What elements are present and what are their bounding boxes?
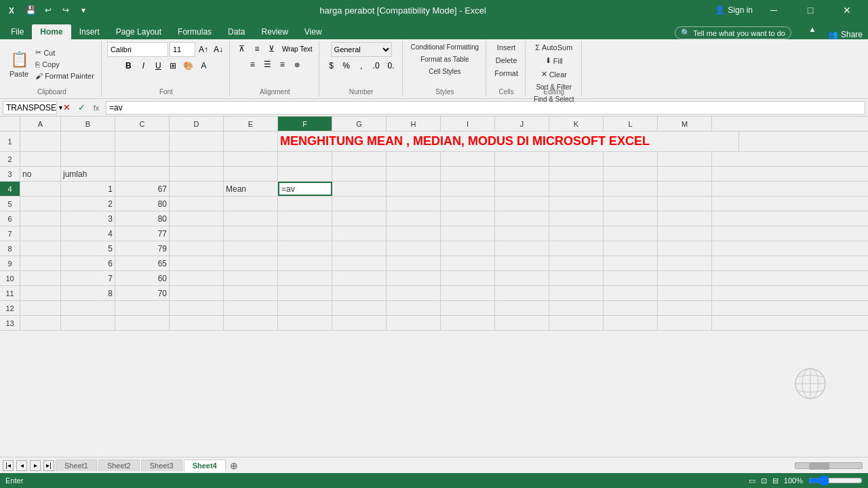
cell-g8[interactable] — [332, 241, 387, 256]
cell-m7[interactable] — [658, 226, 712, 241]
cell-f5[interactable] — [278, 197, 332, 211]
sheet-tab-2[interactable]: Sheet2 — [98, 460, 140, 471]
copy-button[interactable]: ⎘ Copy — [33, 59, 97, 70]
percent-button[interactable]: % — [340, 59, 353, 73]
maximize-button[interactable]: □ — [795, 0, 826, 20]
cell-f12[interactable] — [278, 301, 332, 315]
horizontal-scrollbar-thumb[interactable] — [809, 463, 829, 470]
cell-c7[interactable]: 77 — [115, 226, 170, 241]
cell-g6[interactable] — [332, 211, 387, 226]
page-layout-view-button[interactable]: ⊡ — [761, 476, 767, 485]
cell-h6[interactable] — [387, 211, 441, 226]
cell-b2[interactable] — [61, 152, 115, 166]
col-header-c[interactable]: C — [115, 117, 170, 131]
horizontal-scrollbar[interactable] — [795, 462, 863, 469]
cell-b1[interactable] — [61, 131, 115, 151]
delete-button[interactable]: Delete — [493, 55, 520, 66]
font-color-button[interactable]: A — [197, 59, 210, 73]
cell-a5[interactable] — [20, 197, 61, 211]
cell-m10[interactable] — [658, 271, 712, 285]
cell-d6[interactable] — [170, 211, 224, 226]
cell-i5[interactable] — [441, 197, 495, 211]
cell-c9[interactable]: 65 — [115, 256, 170, 270]
cell-e10[interactable] — [224, 271, 278, 285]
cell-h5[interactable] — [387, 197, 441, 211]
tab-insert[interactable]: Insert — [71, 24, 108, 39]
insert-function-button[interactable]: fx — [90, 101, 103, 115]
cell-h3[interactable] — [387, 167, 441, 181]
cell-m12[interactable] — [658, 301, 712, 315]
cell-e12[interactable] — [224, 301, 278, 315]
cell-h9[interactable] — [387, 256, 441, 270]
col-header-b[interactable]: B — [61, 117, 115, 131]
cell-g13[interactable] — [332, 316, 387, 330]
cell-a6[interactable] — [20, 211, 61, 226]
cell-i13[interactable] — [441, 316, 495, 330]
cell-c2[interactable] — [115, 152, 170, 166]
format-table-button[interactable]: Format as Table — [418, 54, 472, 64]
cell-d10[interactable] — [170, 271, 224, 285]
cell-k12[interactable] — [549, 301, 604, 315]
formula-input[interactable] — [106, 101, 865, 115]
cell-d13[interactable] — [170, 316, 224, 330]
cell-l7[interactable] — [604, 226, 658, 241]
cell-h11[interactable] — [387, 286, 441, 300]
cell-l2[interactable] — [604, 152, 658, 166]
cell-i9[interactable] — [441, 256, 495, 270]
cell-i2[interactable] — [441, 152, 495, 166]
cell-k8[interactable] — [549, 241, 604, 256]
tab-file[interactable]: File — [3, 24, 32, 39]
scroll-next-sheet[interactable]: ▸ — [30, 460, 41, 471]
col-header-h[interactable]: H — [387, 117, 441, 131]
sign-in-button[interactable]: 👤 Sign in — [715, 5, 753, 15]
tab-data[interactable]: Data — [220, 24, 253, 39]
cell-a4[interactable] — [20, 182, 61, 196]
cell-m6[interactable] — [658, 211, 712, 226]
cell-j2[interactable] — [495, 152, 549, 166]
cell-d5[interactable] — [170, 197, 224, 211]
cancel-formula-button[interactable]: ✕ — [60, 101, 73, 115]
fill-color-button[interactable]: 🎨 — [181, 59, 195, 73]
format-painter-button[interactable]: 🖌 Format Painter — [33, 70, 97, 81]
scroll-last-sheet[interactable]: ▸| — [43, 460, 54, 471]
cell-i12[interactable] — [441, 301, 495, 315]
cell-j13[interactable] — [495, 316, 549, 330]
cell-k2[interactable] — [549, 152, 604, 166]
underline-button[interactable]: U — [151, 59, 165, 73]
cell-f10[interactable] — [278, 271, 332, 285]
cell-i4[interactable] — [441, 182, 495, 196]
tell-me-input[interactable]: 🔍 Tell me what you want to do — [675, 26, 791, 39]
scroll-prev-sheet[interactable]: ◂ — [16, 460, 27, 471]
cell-h4[interactable] — [387, 182, 441, 196]
cell-m2[interactable] — [658, 152, 712, 166]
cell-a8[interactable] — [20, 241, 61, 256]
cell-d4[interactable] — [170, 182, 224, 196]
sheet-tab-4[interactable]: Sheet4 — [184, 460, 226, 472]
cell-e5[interactable] — [224, 197, 278, 211]
cell-d11[interactable] — [170, 286, 224, 300]
cell-d12[interactable] — [170, 301, 224, 315]
cell-k4[interactable] — [549, 182, 604, 196]
cell-f7[interactable] — [278, 226, 332, 241]
cell-b5[interactable]: 2 — [61, 197, 115, 211]
cell-h10[interactable] — [387, 271, 441, 285]
cell-a9[interactable] — [20, 256, 61, 270]
cell-m5[interactable] — [658, 197, 712, 211]
cell-f9[interactable] — [278, 256, 332, 270]
cell-d3[interactable] — [170, 167, 224, 181]
cell-f3[interactable] — [278, 167, 332, 181]
zoom-slider[interactable] — [808, 475, 863, 486]
cell-d1[interactable] — [170, 131, 224, 151]
align-right-button[interactable]: ≡ — [275, 58, 289, 71]
cell-b11[interactable]: 8 — [61, 286, 115, 300]
cell-f13[interactable] — [278, 316, 332, 330]
fill-button[interactable]: ⬇ Fill — [542, 55, 566, 66]
cell-b9[interactable]: 6 — [61, 256, 115, 270]
cell-f11[interactable] — [278, 286, 332, 300]
cell-k5[interactable] — [549, 197, 604, 211]
cell-d2[interactable] — [170, 152, 224, 166]
cell-styles-button[interactable]: Cell Styles — [426, 66, 463, 77]
tab-page-layout[interactable]: Page Layout — [108, 24, 170, 39]
cell-l9[interactable] — [604, 256, 658, 270]
cell-b7[interactable]: 4 — [61, 226, 115, 241]
